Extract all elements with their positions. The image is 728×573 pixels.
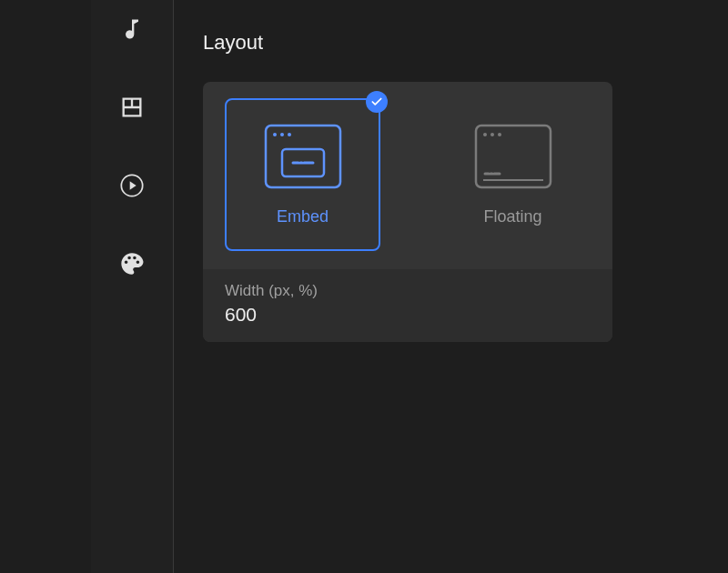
layout-icon[interactable] (119, 95, 145, 120)
svg-point-9 (498, 133, 501, 136)
main-panel: Layout Embed (173, 0, 728, 573)
svg-rect-1 (266, 126, 340, 187)
embed-window-icon (264, 124, 342, 189)
layout-panel: Embed Floating Width (px, %) (203, 82, 612, 342)
layout-options-row: Embed Floating (203, 82, 612, 269)
floating-window-icon (474, 124, 552, 189)
svg-point-8 (490, 133, 494, 136)
svg-point-7 (483, 133, 487, 136)
sidebar (91, 0, 173, 573)
option-label: Embed (277, 207, 329, 226)
music-icon[interactable] (119, 16, 145, 42)
svg-point-2 (273, 133, 277, 136)
layout-option-floating[interactable]: Floating (435, 98, 591, 251)
svg-point-3 (280, 133, 284, 136)
check-icon (366, 91, 388, 113)
svg-point-4 (288, 133, 291, 136)
left-gutter (0, 0, 91, 573)
play-icon[interactable] (119, 173, 145, 198)
palette-icon[interactable] (119, 251, 145, 276)
width-label: Width (px, %) (225, 282, 591, 300)
svg-rect-6 (476, 126, 551, 187)
section-title: Layout (203, 31, 699, 55)
option-label: Floating (483, 207, 541, 226)
width-input[interactable] (225, 304, 591, 326)
width-row: Width (px, %) (203, 269, 612, 342)
layout-option-embed[interactable]: Embed (225, 98, 380, 251)
